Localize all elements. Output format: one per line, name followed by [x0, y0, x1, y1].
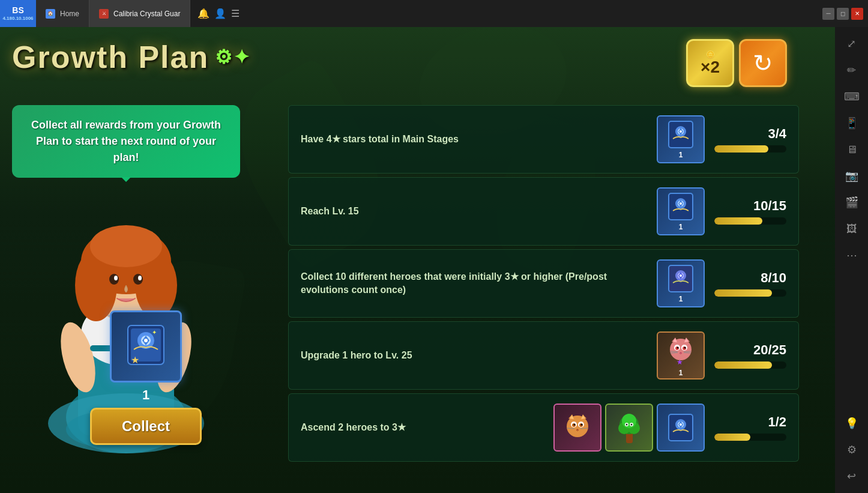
page-title: Growth Plan ⚙✦ — [12, 39, 251, 75]
book-reward-icon — [666, 119, 696, 150]
svg-point-36 — [680, 274, 682, 277]
task-fraction: 8/10 — [761, 270, 786, 286]
task-row: Have 4★ stars total in Main Stages 1 3/4 — [288, 105, 799, 174]
reward-count: 1 — [679, 369, 683, 377]
game-area: Growth Plan ⚙✦ 🪙 ×2 ↻ Collect all reward… — [0, 27, 835, 493]
task-row: Collect 10 different heroes that were in… — [288, 249, 799, 318]
game-tab-label: Calibria Crystal Guar — [113, 10, 180, 18]
reward-count: 1 — [679, 295, 683, 303]
sidebar-brightness-icon[interactable]: 💡 — [840, 411, 864, 435]
task-fraction: 10/15 — [753, 198, 786, 214]
sidebar-camera-icon[interactable]: 📷 — [840, 164, 864, 188]
sidebar-edit-icon[interactable]: ✏ — [840, 58, 864, 82]
progress-bar-fill — [714, 289, 772, 297]
svg-point-64 — [580, 423, 582, 425]
svg-point-76 — [630, 423, 632, 425]
svg-point-80 — [680, 423, 682, 426]
menu-icon[interactable]: ☰ — [231, 8, 240, 19]
right-sidebar: ⤢ ✏ ⌨ 📱 🖥 📷 🎬 🖼 ⋯ 💡 ⚙ ↩ — [835, 27, 868, 493]
cat-ascend-icon — [561, 411, 594, 444]
sidebar-video-icon[interactable]: 🎬 — [840, 190, 864, 214]
svg-point-10 — [109, 274, 119, 285]
reward-count: 1 — [679, 151, 683, 159]
bubble-text: Collect all rewards from your Growth Pla… — [26, 117, 226, 166]
sidebar-back-icon[interactable]: ↩ — [840, 464, 864, 488]
bluestacks-logo: BS 4.180.10.1006 — [0, 0, 36, 27]
reward-item-count: 1 — [142, 387, 149, 403]
refresh-badge[interactable]: ↻ — [739, 39, 787, 87]
task-description: Reach Lv. 15 — [301, 205, 647, 218]
sidebar-expand-icon[interactable]: ⤢ — [840, 32, 864, 56]
svg-text:★: ★ — [677, 358, 683, 366]
task-description: Ascend 2 heroes to 3★ — [301, 421, 544, 434]
sidebar-gallery-icon[interactable]: 🖼 — [840, 217, 864, 241]
sidebar-settings-icon[interactable]: ⚙ — [840, 438, 864, 462]
task-fraction: 3/4 — [768, 126, 786, 142]
chrome-system-icons: 🔔 👤 ☰ — [190, 8, 247, 19]
progress-bar-fill — [714, 145, 768, 153]
task-row: Reach Lv. 15 1 10/15 — [288, 177, 799, 246]
task-cat-reward-icon-2 — [553, 404, 601, 452]
x2-bonus-badge[interactable]: 🪙 ×2 — [686, 39, 734, 87]
reward-book-icon: ★ ✦ — [122, 322, 170, 371]
tasks-panel: Have 4★ stars total in Main Stages 1 3/4 — [288, 105, 799, 462]
task-reward-icon: 1 — [657, 115, 705, 163]
svg-point-63 — [573, 423, 575, 425]
account-icon[interactable]: 👤 — [214, 8, 226, 19]
svg-point-13 — [138, 276, 142, 280]
task-progress: 1/2 — [714, 414, 786, 441]
collect-button[interactable]: Collect — [90, 408, 202, 445]
progress-bar-fill — [714, 361, 772, 369]
sidebar-more-icon[interactable]: ⋯ — [840, 243, 864, 267]
task-description: Collect 10 different heroes that were in… — [301, 270, 647, 297]
title-area: Growth Plan ⚙✦ — [12, 39, 251, 75]
svg-text:★: ★ — [131, 355, 139, 365]
minimize-button[interactable]: ─ — [822, 8, 834, 20]
home-tab-icon: 🏠 — [46, 9, 55, 19]
svg-point-32 — [680, 202, 682, 205]
book-reward-icon — [666, 192, 696, 222]
reward-count: 1 — [679, 223, 683, 231]
progress-bar-bg — [714, 289, 786, 297]
sidebar-screen-icon[interactable]: 🖥 — [840, 138, 864, 162]
home-tab-label: Home — [60, 10, 79, 18]
title-label: Growth Plan — [12, 39, 209, 75]
task-progress: 3/4 — [714, 126, 786, 153]
close-button[interactable]: ✕ — [851, 8, 863, 20]
tree-hero-icon — [613, 411, 646, 444]
progress-bar-bg — [714, 434, 786, 441]
task-progress: 8/10 — [714, 270, 786, 297]
svg-text:✦: ✦ — [152, 329, 157, 336]
reward-box: ★ ✦ — [110, 310, 182, 383]
window-controls: ─ ◻ ✕ — [822, 8, 868, 20]
svg-point-22 — [144, 339, 148, 342]
svg-point-11 — [133, 274, 143, 285]
refresh-icon: ↻ — [753, 49, 773, 77]
restore-button[interactable]: ◻ — [837, 8, 849, 20]
reward-item-area: ★ ✦ 1 Collect — [90, 310, 202, 445]
svg-point-47 — [684, 346, 686, 348]
book-reward-icon — [666, 413, 696, 443]
task-progress: 10/15 — [714, 198, 786, 225]
notification-icon[interactable]: 🔔 — [197, 8, 209, 19]
bonus-area: 🪙 ×2 ↻ — [686, 39, 787, 87]
title-decoration-icon: ⚙✦ — [215, 46, 251, 68]
cat-hero-icon: ★ — [665, 334, 698, 367]
x2-label: ×2 — [701, 59, 720, 76]
left-panel: Collect all rewards from your Growth Pla… — [12, 105, 240, 187]
svg-point-72 — [622, 414, 636, 428]
sidebar-phone-icon[interactable]: 📱 — [840, 111, 864, 135]
progress-bar-bg — [714, 361, 786, 369]
task-reward-icon: 1 — [657, 187, 705, 235]
tab-game[interactable]: ⚔ Calibria Crystal Guar — [89, 0, 190, 27]
progress-bar-bg — [714, 145, 786, 153]
sidebar-keyboard-icon[interactable]: ⌨ — [840, 85, 864, 109]
svg-point-28 — [680, 130, 682, 133]
book-reward-icon — [666, 264, 696, 294]
progress-bar-fill — [714, 434, 750, 441]
task-progress: 20/25 — [714, 342, 786, 369]
tab-home[interactable]: 🏠 Home — [36, 0, 89, 27]
task-fraction: 1/2 — [768, 414, 786, 430]
svg-point-46 — [677, 346, 678, 348]
task-row: Upgrade 1 hero to Lv. 25 — [288, 321, 799, 390]
